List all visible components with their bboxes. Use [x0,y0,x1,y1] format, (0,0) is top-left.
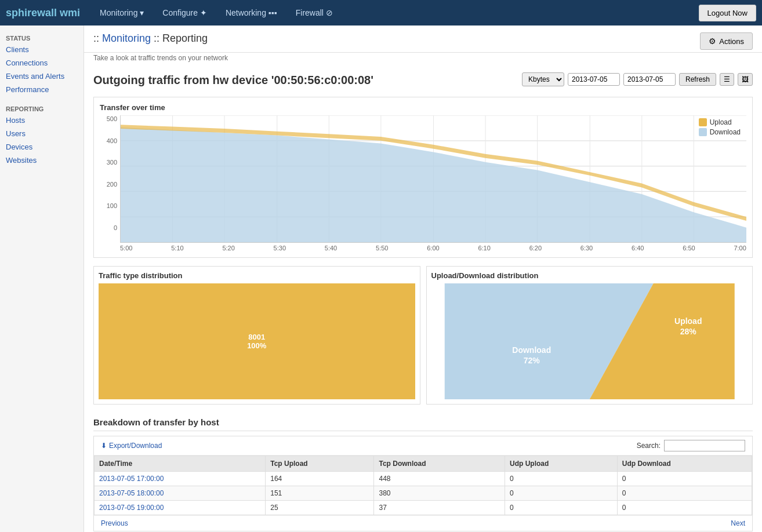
chart-wrapper: 500 400 300 200 100 0 [100,115,746,243]
x-label-550: 5:50 [376,245,388,252]
x-label-530: 5:30 [274,245,286,252]
sidebar: STATUS Clients Connections Events and Al… [0,25,84,532]
col-tcp-upload[interactable]: Tcp Upload [266,456,374,472]
row1-udp-download: 0 [617,472,752,486]
upload-download-dist-title: Upload/Download distribution [431,271,748,280]
row3-datetime[interactable]: 2013-07-05 19:00:00 [95,501,266,515]
main-content: :: Monitoring :: Reporting ⚙ Actions Tak… [84,25,762,532]
search-area: Search: [637,440,745,451]
col-datetime[interactable]: Date/Time [95,456,266,472]
nav-configure[interactable]: Configure ✦ [154,3,215,22]
sidebar-item-users[interactable]: Users [0,127,84,140]
table-footer: Previous Next [94,515,752,531]
col-udp-upload[interactable]: Udp Upload [505,456,617,472]
y-axis: 500 400 300 200 100 0 [100,115,120,243]
export-download-link[interactable]: ⬇ Export/Download [101,442,162,450]
search-input[interactable] [664,440,745,451]
legend-upload: Upload [699,118,741,126]
nav-networking[interactable]: Networking ▪▪▪ [217,3,285,22]
row2-tcp-download: 380 [374,486,505,501]
treemap-percent: 100% [247,341,266,350]
breakdown-host-toolbar: ⬇ Export/Download Search: [94,436,752,456]
row1-tcp-download: 448 [374,472,505,486]
x-label-540: 5:40 [325,245,337,252]
search-label: Search: [637,442,661,450]
x-label-610: 6:10 [478,245,490,252]
legend-upload-color [699,118,707,126]
table-header-row: Date/Time Tcp Upload Tcp Download Udp Up… [95,456,752,472]
actions-button[interactable]: ⚙ Actions [700,32,753,50]
upload-download-dist-chart: Upload/Download distribution Download 72… [426,266,753,405]
table-body: 2013-07-05 17:00:00 164 448 0 0 2013-07-… [95,472,752,515]
export-label: Export/Download [109,442,162,450]
sidebar-item-hosts[interactable]: Hosts [0,114,84,127]
row3-tcp-download: 37 [374,501,505,515]
x-label-500: 5:00 [120,245,132,252]
legend-upload-label: Upload [710,118,732,126]
sidebar-item-websites[interactable]: Websites [0,154,84,167]
next-link[interactable]: Next [731,519,745,527]
table-row: 2013-07-05 17:00:00 164 448 0 0 [95,472,752,486]
sidebar-item-performance[interactable]: Performance [0,83,84,96]
row2-udp-download: 0 [617,486,752,501]
treemap-block-8001: 8001 100% [99,283,415,399]
breakdown-host-table-section: ⬇ Export/Download Search: Date/Time Tcp … [93,436,753,531]
row2-datetime[interactable]: 2013-07-05 18:00:00 [95,486,266,501]
breadcrumb-prefix: :: [93,32,102,44]
nav-monitoring[interactable]: Monitoring ▾ [92,3,152,22]
y-label-300: 300 [107,159,117,166]
breadcrumb-page: Reporting [162,32,208,44]
chart-title: Transfer over time [100,103,746,112]
breakdown-host-header: Breakdown of transfer by host [93,413,753,431]
refresh-button[interactable]: Refresh [679,73,716,86]
table-view-button[interactable]: ☰ [720,73,734,86]
logout-button[interactable]: Logout Now [699,5,756,21]
col-tcp-download[interactable]: Tcp Download [374,456,505,472]
treemap-label: 8001 [248,333,265,341]
breadcrumb: :: Monitoring :: Reporting [93,32,208,45]
row3-tcp-upload: 25 [266,501,374,515]
table-row: 2013-07-05 19:00:00 25 37 0 0 [95,501,752,515]
row1-tcp-upload: 164 [266,472,374,486]
pie-svg: Download 72% Upload 28% [431,283,748,399]
y-label-200: 200 [107,181,117,188]
transfer-chart-container: Transfer over time 500 400 300 200 100 0 [93,97,753,258]
sidebar-item-events-alerts[interactable]: Events and Alerts [0,70,84,83]
x-axis-labels: 5:00 5:10 5:20 5:30 5:40 5:50 6:00 6:10 … [100,243,746,252]
row3-udp-upload: 0 [505,501,617,515]
distribution-row: Traffic type distribution 8001 100% Uplo… [93,266,753,405]
brand-logo: sphirewall wmi [6,7,80,19]
y-label-400: 400 [107,137,117,144]
col-udp-download[interactable]: Udp Download [617,456,752,472]
prev-link[interactable]: Previous [101,519,128,527]
date-to-input[interactable] [623,73,676,86]
gear-icon: ⚙ [709,37,716,46]
main-layout: STATUS Clients Connections Events and Al… [0,25,762,532]
nav-items: Monitoring ▾ Configure ✦ Networking ▪▪▪ … [92,3,699,22]
sidebar-item-connections[interactable]: Connections [0,56,84,70]
date-from-input[interactable] [568,73,620,86]
row1-udp-upload: 0 [505,472,617,486]
image-view-button[interactable]: 🖼 [738,73,753,86]
legend-download-color [699,128,707,136]
traffic-type-dist-chart: Traffic type distribution 8001 100% [93,266,420,405]
top-nav: sphirewall wmi Monitoring ▾ Configure ✦ … [0,0,762,25]
svg-text:72%: 72% [523,356,540,365]
report-title: Outgoing traffic from hw device '00:50:5… [93,74,373,87]
sidebar-item-devices[interactable]: Devices [0,140,84,154]
report-section: Outgoing traffic from hw device '00:50:5… [84,67,762,532]
unit-select[interactable]: Kbytes Bytes Mbytes [522,72,564,86]
status-section-label: STATUS [0,31,84,43]
row1-datetime[interactable]: 2013-07-05 17:00:00 [95,472,266,486]
x-label-640: 6:40 [632,245,644,252]
breadcrumb-section[interactable]: Monitoring [102,32,151,44]
legend-download-label: Download [710,128,741,136]
x-label-600: 6:00 [427,245,439,252]
chart-area: Upload Download [120,115,746,243]
chart-legend: Upload Download [699,118,741,138]
breadcrumb-area: :: Monitoring :: Reporting ⚙ Actions [84,25,762,53]
sidebar-item-clients[interactable]: Clients [0,43,84,56]
y-label-0: 0 [114,224,117,231]
svg-text:Download: Download [512,345,551,355]
nav-firewall[interactable]: Firewall ⊘ [288,3,341,22]
